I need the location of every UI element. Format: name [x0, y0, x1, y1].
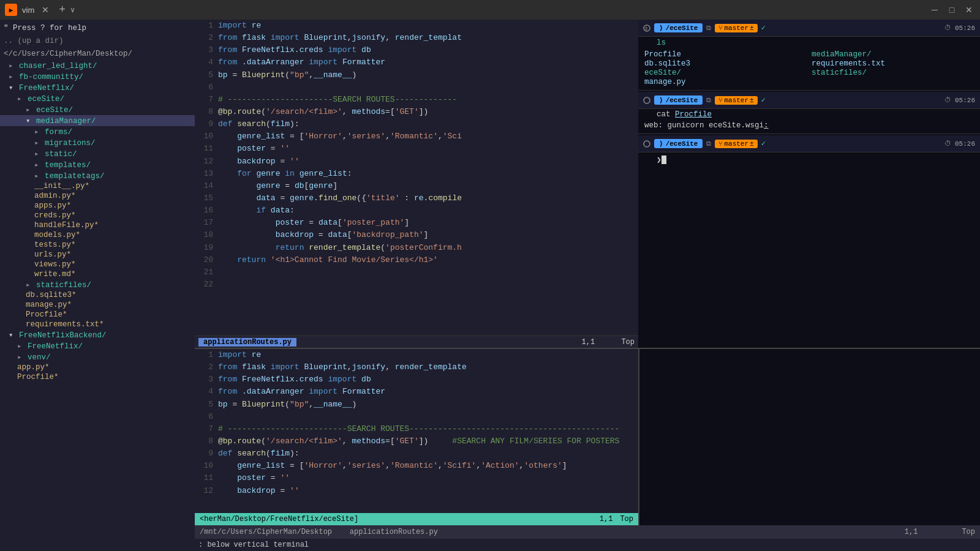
terminal-pane-top[interactable]: $ ⟩ /eceSite ⧉ ⑂ master ± ✓ — [638, 20, 980, 348]
statusline-filename: applicationRoutes.py — [198, 338, 296, 347]
bottom-terminal-pane[interactable] — [638, 349, 980, 525]
cmdline-text: : below vertical terminal — [198, 541, 309, 549]
tree-item-freenetflix2[interactable]: ▸ FreeNetflix/ — [0, 340, 195, 351]
bottom-code-line-1: 1 import re — [195, 349, 638, 361]
tree-item-freenetflixbackend[interactable]: ▾ FreeNetflixBackend/ — [0, 329, 195, 340]
tree-item-procfile[interactable]: Procfile* — [0, 310, 195, 320]
bottom-code-line-10: 10 genre_list = ['Horror','series','Roma… — [195, 460, 638, 472]
code-line-10: 10 genre_list = ['Horror','series','Roma… — [195, 130, 638, 143]
file-label: urls.py* — [34, 250, 71, 259]
up-dir-item[interactable]: .. (up a dir) — [0, 35, 195, 48]
window-controls: ─ □ ✕ — [929, 4, 975, 16]
tab-close-button[interactable]: ✕ — [39, 4, 51, 16]
bottom-code-line-11: 11 poster = '' — [195, 472, 638, 484]
shell-icon-2 — [643, 97, 650, 104]
bottom-code-line-2: 2 from flask import Blueprint,jsonify, r… — [195, 361, 638, 373]
tree-item-venv[interactable]: ▸ venv/ — [0, 351, 195, 362]
tree-item-creds[interactable]: creds.py* — [0, 211, 195, 220]
dir-label: FreeNetflix/ — [15, 84, 75, 92]
terminal-time-1: 05:26 — [955, 24, 975, 32]
new-tab-button[interactable]: + — [59, 4, 66, 16]
tree-item-models[interactable]: models.py* — [0, 230, 195, 240]
tree-item-app[interactable]: app.py* — [0, 362, 195, 372]
statusbar-right: 1,1 Top — [905, 528, 975, 536]
tree-item-write[interactable]: write.md* — [0, 269, 195, 279]
tree-item-procfile2[interactable]: Procfile* — [0, 372, 195, 382]
code-line-9: 9 def search(film): — [195, 118, 638, 130]
terminal-branch-2: ⑂ master ± — [715, 96, 757, 105]
tree-item-admin[interactable]: admin.py* — [0, 191, 195, 201]
code-line-3: 3 from FreeNetflix.creds import db — [195, 44, 638, 56]
terminal-header-3: ⟩ /eceSite ⧉ ⑂ master ± ✓ ⏱ 05:26 — [638, 135, 980, 152]
dir-label: fb-communitty/ — [15, 73, 84, 81]
file-label: admin.py* — [34, 192, 76, 200]
tree-item-requirements[interactable]: requirements.txt* — [0, 320, 195, 329]
terminal-path-badge-2: ⟩ /eceSite — [654, 96, 703, 105]
app-icon: ▶ — [5, 4, 17, 16]
dir-staticfiles: staticfiles/ — [812, 69, 974, 77]
tree-item-apps[interactable]: apps.py* — [0, 201, 195, 211]
code-line-17: 17 poster = data['poster_path'] — [195, 217, 638, 229]
path-icon: ⟩ — [659, 24, 663, 32]
tree-item-db[interactable]: db.sqlite3* — [0, 290, 195, 300]
arrow-icon: ▸ — [17, 342, 22, 351]
window-close-button[interactable]: ✕ — [963, 4, 975, 16]
tree-item-migrations[interactable]: ▸ migrations/ — [0, 137, 195, 148]
file-label: write.md* — [34, 270, 76, 279]
tree-item-static[interactable]: ▸ static/ — [0, 148, 195, 159]
shell-icon-3 — [643, 140, 650, 148]
tree-item-views[interactable]: views.py* — [0, 260, 195, 269]
bottom-statusline-filename: <herMan/Desktop/FreeNetflix/eceSite] — [200, 515, 358, 523]
arrow-icon: ▾ — [26, 117, 31, 126]
tab-dropdown-button[interactable]: ∨ — [70, 6, 75, 15]
code-line-14: 14 genre = db[genre] — [195, 180, 638, 192]
tree-item-manage[interactable]: manage.py* — [0, 300, 195, 310]
arrow-icon: ▸ — [26, 106, 31, 114]
code-line-2: 2 from flask import Blueprint,jsonify, r… — [195, 32, 638, 44]
tree-item-templatetags[interactable]: ▸ templatetags/ — [0, 170, 195, 181]
cat-output: web: gunicorn eceSite.wsgi: — [638, 120, 980, 132]
tree-item-ecesite2[interactable]: ▸ eceSite/ — [0, 104, 195, 115]
bottom-code-line-7: 7 # -------------------------SEARCH ROUT… — [195, 423, 638, 435]
minimize-button[interactable]: ─ — [929, 4, 941, 16]
bottom-code-line-3: 3 from FreeNetflix.creds import db — [195, 373, 638, 386]
cat-command-line: cat Procfile — [638, 109, 980, 120]
branch-icon-1: ⑂ — [718, 24, 723, 32]
dir-label: FreeNetflix/ — [23, 342, 83, 351]
arrow-icon: ▸ — [34, 172, 39, 181]
bottom-statusline-scroll: Top — [620, 515, 633, 523]
path-icon-2: ⟩ — [659, 96, 663, 104]
root-path-text: </c/Users/CipherMan/Desktop/ — [4, 50, 132, 58]
clock-icon-3: ⏱ — [944, 140, 951, 148]
tree-item-chaser[interactable]: ▸ chaser_led_light/ — [0, 60, 195, 71]
code-scroll-bottom[interactable]: 1 import re 2 from flask import Blueprin… — [195, 349, 638, 513]
tree-item-ecesite1[interactable]: ▸ eceSite/ — [0, 93, 195, 104]
tree-item-tests[interactable]: tests.py* — [0, 240, 195, 250]
tree-item-forms[interactable]: ▸ forms/ — [0, 126, 195, 137]
tree-item-templates[interactable]: ▸ templates/ — [0, 159, 195, 170]
tree-item-handlefile[interactable]: handleFile.py* — [0, 220, 195, 230]
terminal-path-badge-1: ⟩ /eceSite — [654, 23, 703, 32]
terminal-path-1: /eceSite — [666, 24, 698, 32]
statusbar-scroll: Top — [962, 528, 975, 536]
code-scroll-top[interactable]: 1 import re 2 from flask import Blueprin… — [195, 20, 638, 335]
tree-item-freenetflix[interactable]: ▾ FreeNetflix/ — [0, 82, 195, 93]
tree-item-fb[interactable]: ▸ fb-communitty/ — [0, 71, 195, 82]
branch-name-2: master — [724, 97, 748, 104]
check-icon-2: ✓ — [761, 96, 766, 105]
bottom-editor-pane[interactable]: 1 import re 2 from flask import Blueprin… — [195, 349, 638, 525]
window-title: vim — [22, 6, 34, 15]
terminal-branch-1: ⑂ master ± — [715, 24, 757, 32]
tree-item-staticfiles[interactable]: ▸ staticfiles/ — [0, 279, 195, 290]
file-manage: manage.py — [644, 78, 807, 86]
maximize-button[interactable]: □ — [946, 4, 958, 16]
arrow-icon: ▸ — [17, 353, 22, 362]
terminal-time-2: 05:26 — [955, 97, 975, 104]
tree-item-mediamanager[interactable]: ▾ mediaManager/ — [0, 115, 195, 126]
top-editor-pane[interactable]: 1 import re 2 from flask import Blueprin… — [195, 20, 638, 348]
tree-item-init[interactable]: __init__.py* — [0, 181, 195, 191]
file-procfile: Procfile — [644, 50, 807, 59]
dir-label: templatetags/ — [40, 172, 105, 181]
tree-item-urls[interactable]: urls.py* — [0, 250, 195, 260]
svg-text:$: $ — [645, 26, 647, 31]
